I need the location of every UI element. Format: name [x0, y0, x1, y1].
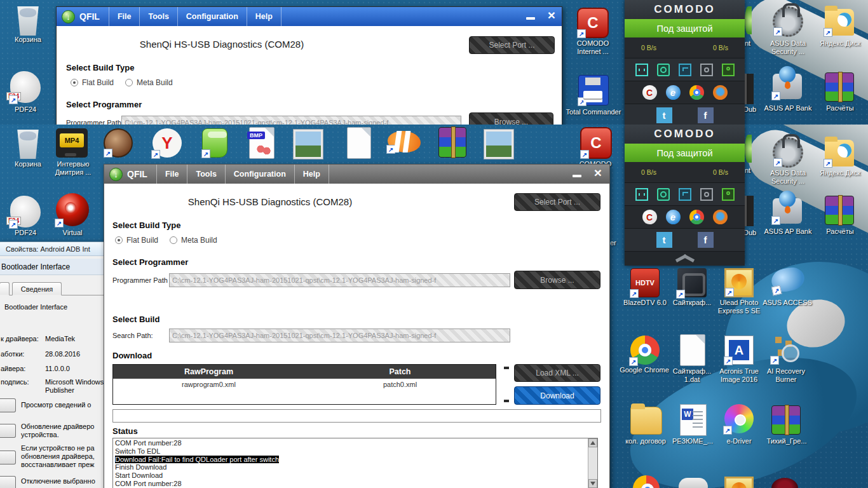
flat-build-radio[interactable]	[71, 79, 78, 86]
status-line[interactable]: Start Download	[115, 471, 586, 480]
menu-tools[interactable]: Tools	[139, 7, 177, 26]
qip-icon[interactable]	[202, 128, 227, 158]
user-shield-icon[interactable]	[722, 64, 735, 76]
device-properties-dialog[interactable]: Свойства: Android ADB Int Bootloader Int…	[0, 241, 107, 488]
minimize-button[interactable]	[573, 175, 581, 177]
pdf24-icon[interactable]: F24	[10, 71, 41, 103]
raschety-icon[interactable]	[825, 72, 854, 102]
driver-details-button[interactable]	[0, 398, 16, 412]
meta-build-radio[interactable]	[170, 236, 177, 244]
yandex-disk-icon[interactable]	[825, 140, 854, 166]
twitter-icon[interactable]: t	[656, 107, 672, 123]
kol-dogovor-folder-icon[interactable]	[630, 407, 662, 435]
status-line[interactable]: Switch To EDL	[115, 447, 586, 456]
rollback-driver-button[interactable]	[0, 451, 16, 464]
interview-video-icon[interactable]: MP4	[56, 128, 88, 158]
sandbox-icon[interactable]	[635, 64, 648, 76]
status-scrollbar[interactable]	[588, 438, 597, 488]
raschety-icon[interactable]	[825, 196, 854, 225]
scan-icon[interactable]	[700, 64, 713, 76]
comodo-widget[interactable]: COMODO Под защитой 0 B/s 0 B/s C e t	[625, 125, 745, 266]
menu-tools[interactable]: Tools	[187, 165, 224, 184]
qfil-window-background[interactable]: QFIL File Tools Configuration Help × She…	[56, 6, 562, 125]
search-path-field[interactable]: C:\cm-12.1-YOG4PAS3AJ-ham-20151021-qpst\…	[169, 329, 510, 342]
update-driver-button[interactable]	[0, 424, 16, 438]
flat-build-label[interactable]: Flat Build	[126, 236, 158, 245]
tab-details[interactable]: Сведения	[12, 282, 62, 295]
tikhiy-rar-icon[interactable]	[771, 405, 801, 435]
comodo-internet-icon[interactable]: C	[580, 127, 612, 159]
select-port-button[interactable]: Select Port ...	[469, 36, 555, 54]
menu-configuration[interactable]: Configuration	[225, 165, 294, 184]
status-line[interactable]: COM Port number:28	[115, 439, 586, 447]
asus-ap-bank-icon[interactable]	[773, 198, 802, 224]
avatar-shortcut-icon[interactable]	[104, 128, 133, 158]
programmer-path-field[interactable]: C:\cm-12.1-YOG4PAS3AJ-ham-20151021-qpst\…	[169, 273, 510, 287]
status-line[interactable]: COM Port number:28	[115, 480, 586, 488]
pdf24-icon[interactable]: F24	[10, 196, 41, 227]
blazedtv-icon[interactable]: HDTV	[630, 268, 660, 297]
image-file-icon[interactable]	[294, 130, 323, 159]
ulead-icon[interactable]	[724, 268, 754, 297]
dialog-titlebar[interactable]: Свойства: Android ADB Int	[0, 242, 106, 256]
status-line[interactable]: Finish Download	[115, 463, 586, 471]
yandex-disk-icon[interactable]	[825, 9, 854, 36]
flat-build-label[interactable]: Flat Build	[82, 78, 114, 87]
menu-file[interactable]: File	[156, 165, 187, 184]
widget-collapse-chevron-icon[interactable]	[675, 254, 695, 262]
asus-data-security-icon[interactable]	[773, 6, 803, 37]
ai-recovery-icon[interactable]	[771, 334, 801, 363]
scan-icon[interactable]	[700, 188, 713, 201]
status-log[interactable]: COM Port number:28 Switch To EDL Downloa…	[112, 438, 598, 488]
update-icon[interactable]	[657, 64, 670, 76]
chrome-icon[interactable]	[689, 85, 704, 100]
firefox-icon[interactable]	[713, 210, 728, 224]
sandbox-icon[interactable]	[635, 188, 648, 201]
browse-button[interactable]: Browse ...	[514, 271, 600, 289]
internet-explorer-icon[interactable]: e	[666, 85, 681, 100]
document-file-icon[interactable]	[347, 127, 371, 159]
rar-archive-icon[interactable]	[438, 127, 466, 158]
browse-button[interactable]: Browse ...	[469, 112, 553, 125]
sitecraft-icon[interactable]	[677, 268, 707, 297]
download-table[interactable]: RawProgram Patch rawprogram0.xml patch0.…	[112, 364, 496, 405]
asus-ap-bank-icon[interactable]	[773, 74, 802, 99]
menu-configuration[interactable]: Configuration	[177, 7, 247, 26]
table-row[interactable]: rawprogram0.xml patch0.xml	[113, 381, 496, 392]
meta-build-label[interactable]: Meta Build	[137, 78, 173, 87]
bmp-file-icon[interactable]: BMP	[249, 127, 275, 159]
clipped-icon[interactable]	[724, 477, 754, 488]
chrome-icon[interactable]	[689, 210, 704, 224]
clipped-gamepad-icon[interactable]	[679, 478, 708, 488]
asus-data-security-icon[interactable]	[773, 137, 803, 168]
sitecraft-dat-icon[interactable]	[680, 334, 705, 366]
menu-file[interactable]: File	[109, 7, 140, 26]
programmer-path-field[interactable]: C:\cm-12.1-YOG4PAS3AJ-ham-20151021-qpst\…	[121, 116, 461, 125]
user-shield-icon[interactable]	[722, 188, 735, 201]
clipped-icon[interactable]	[771, 478, 798, 488]
total-commander-icon[interactable]	[578, 75, 609, 105]
scroll-down-button[interactable]	[588, 479, 597, 488]
firefox-icon[interactable]	[713, 85, 728, 100]
yandex-browser-icon[interactable]: Y	[153, 128, 182, 158]
protection-status[interactable]: Под защитой	[625, 19, 745, 37]
select-port-button[interactable]: Select Port ...	[514, 193, 600, 211]
clownfish-icon[interactable]	[388, 131, 421, 152]
internet-explorer-icon[interactable]: e	[666, 210, 681, 224]
tab-driver[interactable]	[0, 282, 10, 295]
resume-word-icon[interactable]: W	[680, 404, 707, 436]
twitter-icon[interactable]: t	[656, 232, 672, 248]
acronis-icon[interactable]: A	[724, 336, 754, 365]
meta-build-label[interactable]: Meta Build	[181, 236, 217, 245]
download-button[interactable]: Download	[514, 386, 600, 405]
menu-help[interactable]: Help	[247, 7, 281, 26]
google-chrome-icon[interactable]	[630, 336, 660, 365]
comodo-dragon-icon[interactable]: C	[642, 85, 657, 100]
virtual-icon[interactable]	[56, 193, 89, 226]
titlebar[interactable]: QFIL File Tools Configuration Help	[104, 165, 609, 184]
recycle-bin-icon[interactable]	[14, 128, 42, 159]
qfil-window-foreground[interactable]: QFIL File Tools Configuration Help × She…	[104, 164, 610, 488]
comodo-dragon-icon[interactable]: C	[642, 210, 657, 224]
load-xml-button[interactable]: Load XML ...	[514, 364, 600, 382]
image-file-icon[interactable]	[484, 130, 513, 159]
